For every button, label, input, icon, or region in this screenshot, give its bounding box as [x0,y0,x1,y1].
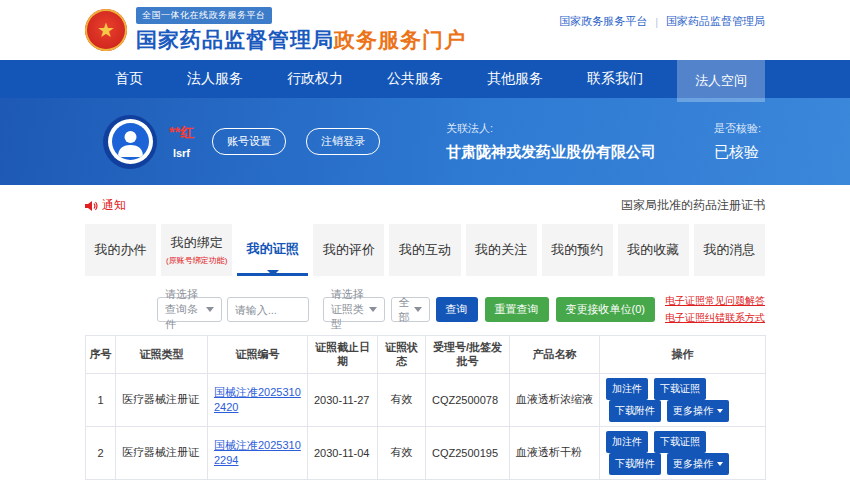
chevron-down-icon [414,307,422,316]
speaker-icon [85,200,98,212]
certificates-table: 序号 证照类型 证照编号 证照截止日期 证照状态 受理号/批签发批号 产品名称 … [85,335,766,480]
annotate-button[interactable]: 加注件 [606,431,648,453]
download-attachment-button[interactable]: 下载附件 [609,453,661,475]
col-actions: 操作 [600,336,766,374]
filter-bar: 请选择查询条件 请选择证照类型 全部 查询 重置查询 变更接收单位(0) 电子证… [85,294,765,325]
certificate-type-select[interactable]: 请选择证照类型 [323,297,385,322]
nav-item-admin-power[interactable]: 行政权力 [287,70,343,88]
cell-acceptance: CQZ2500078 [426,373,510,426]
person-icon [112,123,149,160]
tab-label: 我的消息 [703,241,755,259]
tab-my-appointments[interactable]: 我的预约 [542,224,613,276]
tab-my-favorites[interactable]: 我的收藏 [618,224,689,276]
notice-message[interactable]: 国家局批准的药品注册证书 [621,197,765,214]
annotate-button[interactable]: 加注件 [606,378,648,400]
user-name: **红 [169,124,194,142]
link-nmpa[interactable]: 国家药品监督管理局 [666,14,765,29]
tab-label: 我的关注 [475,241,527,259]
tab-my-messages[interactable]: 我的消息 [694,224,765,276]
brand: ★ 全国一体化在线政务服务平台 国家药品监督管理局政务服务门户 [85,7,466,54]
platform-badge: 全国一体化在线政务服务平台 [136,7,272,24]
national-emblem-logo: ★ [85,9,127,51]
nav-item-legal-services[interactable]: 法人服务 [187,70,243,88]
certificate-number-link[interactable]: 国械注准20253102420 [214,386,301,413]
main-nav: 首页 法人服务 行政权力 公共服务 其他服务 联系我们 法人空间 [0,60,850,98]
nav-item-contact[interactable]: 联系我们 [587,70,643,88]
nav-item-other-services[interactable]: 其他服务 [487,70,543,88]
select-value: 请选择证照类型 [331,287,365,332]
download-certificate-button[interactable]: 下载证照 [654,431,706,453]
link-gov-service-platform[interactable]: 国家政务服务平台 [559,14,647,29]
scope-select[interactable]: 全部 [391,297,430,322]
nav-item-legal-space[interactable]: 法人空间 [677,60,765,102]
tab-my-certificates[interactable]: 我的证照 [237,224,308,276]
tab-label: 我的收藏 [627,241,679,259]
nav-item-public-services[interactable]: 公共服务 [387,70,443,88]
avatar[interactable] [103,115,157,169]
link-separator: | [655,16,658,28]
table-row: 2 医疗器械注册证 国械注准20253102294 2030-11-04 有效 … [86,426,766,479]
certificate-number-link[interactable]: 国械注准20253102294 [214,439,301,466]
cell-status: 有效 [378,373,426,426]
tab-my-follows[interactable]: 我的关注 [466,224,537,276]
search-button[interactable]: 查询 [436,297,478,322]
star-icon: ★ [97,20,115,40]
cell-status: 有效 [378,426,426,479]
tab-my-items[interactable]: 我的办件 [85,224,156,276]
more-actions-label: 更多操作 [673,457,713,471]
tab-label: 我的办件 [95,241,147,259]
tab-label: 我的评价 [323,241,375,259]
tab-label: 我的证照 [247,240,299,258]
logout-button[interactable]: 注销登录 [306,128,380,155]
user-id: lsrf [169,147,194,159]
query-condition-select[interactable]: 请选择查询条件 [157,297,222,322]
more-actions-label: 更多操作 [673,404,713,418]
site-title-portal: 政务服务门户 [334,28,466,51]
top-header: ★ 全国一体化在线政务服务平台 国家药品监督管理局政务服务门户 国家政务服务平台… [0,0,850,60]
cell-acceptance: CQZ2500195 [426,426,510,479]
col-status: 证照状态 [378,336,426,374]
cell-product: 血液透析干粉 [510,426,600,479]
faq-link[interactable]: 电子证照常见问题解答 [665,294,765,308]
more-actions-button[interactable]: 更多操作 [667,400,729,422]
tab-my-reviews[interactable]: 我的评价 [313,224,384,276]
table-row: 1 医疗器械注册证 国械注准20253102420 2030-11-27 有效 … [86,373,766,426]
notice-label: 通知 [102,197,126,214]
cell-expiry: 2030-11-27 [308,373,378,426]
top-links: 国家政务服务平台 | 国家药品监督管理局 [559,14,765,29]
download-attachment-button[interactable]: 下载附件 [609,400,661,422]
col-acceptance: 受理号/批签发批号 [426,336,510,374]
cell-no: 2 [86,426,116,479]
more-actions-button[interactable]: 更多操作 [667,453,729,475]
page: ★ 全国一体化在线政务服务平台 国家药品监督管理局政务服务门户 国家政务服务平台… [0,0,850,480]
account-settings-button[interactable]: 账号设置 [212,128,286,155]
help-links: 电子证照常见问题解答 电子证照纠错联系方式 [665,294,765,325]
chevron-down-icon [717,462,723,469]
tab-sublabel: (原账号绑定功能) [166,255,227,266]
chevron-down-icon [206,307,214,316]
select-value: 请选择查询条件 [165,287,202,332]
tab-my-binding[interactable]: 我的绑定 (原账号绑定功能) [161,224,232,276]
content: 通知 国家局批准的药品注册证书 我的办件 我的绑定 (原账号绑定功能) 我的证照… [85,197,765,480]
cell-product: 血液透析浓缩液 [510,373,600,426]
tab-my-interactions[interactable]: 我的互动 [389,224,460,276]
cell-expiry: 2030-11-04 [308,426,378,479]
keyword-input[interactable] [227,297,309,322]
reset-button[interactable]: 重置查询 [485,297,549,322]
contact-link[interactable]: 电子证照纠错联系方式 [665,311,765,325]
col-number: 证照编号 [208,336,308,374]
notice-toggle[interactable]: 通知 [85,197,126,214]
chevron-down-icon [369,307,377,316]
cell-type: 医疗器械注册证 [116,373,208,426]
nav-item-home[interactable]: 首页 [115,70,143,88]
change-receiver-button[interactable]: 变更接收单位(0) [556,297,655,322]
legal-person-value: 甘肃陇神戎发药业股份有限公司 [446,143,656,162]
verify-status: 已核验 [714,143,761,162]
verify-label: 是否核验: [714,121,761,136]
col-product: 产品名称 [510,336,600,374]
site-title-agency: 国家药品监督管理局 [136,28,334,51]
col-expiry: 证照截止日期 [308,336,378,374]
cell-actions: 加注件 下载证照 下载附件 更多操作 [600,426,766,479]
download-certificate-button[interactable]: 下载证照 [654,378,706,400]
account-actions: 账号设置 注销登录 [212,128,380,155]
